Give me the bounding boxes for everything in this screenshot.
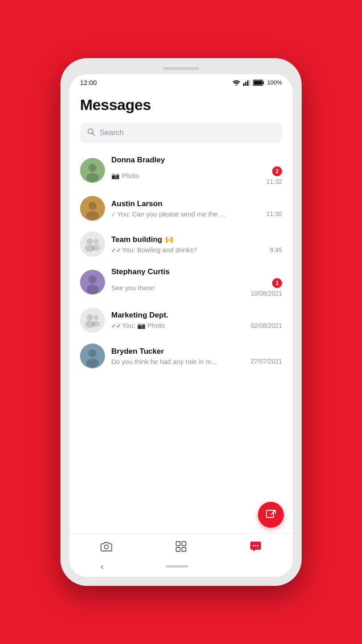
conv-top-donna-bradley: Donna Bradley — [111, 156, 282, 165]
conv-time-bryden-tucker: 27/07/2021 — [251, 358, 282, 365]
svg-rect-38 — [182, 542, 186, 546]
conv-top-bryden-tucker: Bryden Tucker — [111, 347, 282, 356]
svg-rect-1 — [243, 83, 244, 86]
wifi-icon — [232, 80, 240, 86]
svg-point-19 — [93, 239, 99, 244]
svg-point-28 — [92, 321, 100, 327]
svg-point-22 — [88, 275, 97, 284]
unread-badge-stephany-curtis: 1 — [272, 278, 282, 288]
svg-point-36 — [105, 545, 109, 549]
svg-rect-6 — [263, 81, 264, 84]
search-bar[interactable]: Search — [80, 123, 282, 143]
conversation-item-team-building[interactable]: Team building 🙌 ✓✓You: Bowling and drink… — [73, 226, 289, 262]
conv-name-bryden-tucker: Bryden Tucker — [111, 347, 164, 356]
avatar-austin-larson — [80, 196, 105, 221]
svg-rect-3 — [247, 80, 248, 86]
svg-point-24 — [80, 308, 105, 333]
search-placeholder: Search — [100, 128, 124, 137]
conv-bottom-team-building: ✓✓You: Bowling and drinks? 9:45 — [111, 246, 282, 254]
svg-rect-39 — [176, 547, 180, 551]
conv-time-austin-larson: 11:30 — [266, 210, 282, 217]
conv-preview-austin-larson: ✓You: Can you please send me the lat... — [111, 210, 227, 218]
conv-preview-bryden-tucker: Do you think he had any role in m... — [111, 358, 217, 365]
system-nav: ‹ — [69, 558, 293, 577]
svg-rect-2 — [245, 82, 246, 86]
conv-bottom-marketing-dept: ✓✓You: 📷 Photo 02/08/2021 — [111, 322, 282, 330]
conv-name-austin-larson: Austin Larson — [111, 199, 162, 208]
conv-top-stephany-curtis: Stephany Curtis — [111, 267, 282, 276]
back-button[interactable]: ‹ — [101, 561, 104, 572]
status-icons: 100% — [232, 79, 282, 86]
check-icon: ✓ — [111, 211, 116, 218]
signal-icon — [243, 80, 250, 86]
conv-body-austin-larson: Austin Larson ✓You: Can you please send … — [111, 199, 282, 218]
conv-time-donna-bradley: 11:32 — [266, 178, 282, 185]
svg-rect-7 — [253, 80, 262, 85]
svg-point-12 — [86, 173, 99, 182]
double-check-icon: ✓✓ — [111, 247, 121, 254]
conv-bottom-austin-larson: ✓You: Can you please send me the lat... … — [111, 210, 282, 218]
double-check-icon: ✓✓ — [111, 322, 121, 329]
avatar-stephany-curtis — [80, 270, 105, 295]
phone-notch — [163, 67, 199, 70]
conv-time-marketing-dept: 02/08/2021 — [251, 322, 282, 329]
home-indicator[interactable] — [166, 565, 188, 568]
svg-rect-4 — [249, 80, 250, 86]
svg-point-0 — [236, 85, 237, 86]
conv-name-stephany-curtis: Stephany Curtis — [111, 267, 169, 276]
battery-percent: 100% — [267, 79, 282, 86]
svg-point-14 — [88, 202, 97, 210]
svg-rect-37 — [176, 542, 180, 546]
svg-point-31 — [86, 359, 99, 368]
svg-point-43 — [257, 545, 258, 547]
avatar-bryden-tucker — [80, 343, 105, 369]
grid-icon — [175, 541, 187, 552]
conv-bottom-donna-bradley: 📷 Photo 2 11:32 — [111, 166, 282, 185]
conv-bottom-stephany-curtis: See you there! 1 10/08/2021 — [111, 278, 282, 297]
conversation-item-stephany-curtis[interactable]: Stephany Curtis See you there! 1 10/08/2… — [73, 262, 289, 302]
svg-point-25 — [87, 314, 93, 321]
conv-body-stephany-curtis: Stephany Curtis See you there! 1 10/08/2… — [111, 267, 282, 297]
conv-top-marketing-dept: Marketing Dept. — [111, 311, 282, 320]
nav-camera[interactable] — [100, 540, 113, 553]
bottom-nav — [69, 533, 293, 558]
unread-badge-donna-bradley: 2 — [272, 166, 282, 176]
conversation-item-austin-larson[interactable]: Austin Larson ✓You: Can you please send … — [73, 191, 289, 226]
nav-messages[interactable] — [249, 540, 262, 553]
svg-point-20 — [92, 245, 100, 251]
avatar-marketing-dept — [80, 308, 105, 333]
conv-top-team-building: Team building 🙌 — [111, 235, 282, 244]
nav-grid[interactable] — [174, 540, 188, 553]
svg-point-27 — [93, 315, 99, 320]
svg-point-30 — [88, 349, 97, 357]
conversation-item-marketing-dept[interactable]: Marketing Dept. ✓✓You: 📷 Photo 02/08/202… — [73, 302, 289, 338]
conv-bottom-bryden-tucker: Do you think he had any role in m... 27/… — [111, 358, 282, 365]
conv-top-austin-larson: Austin Larson — [111, 199, 282, 208]
svg-point-15 — [86, 211, 99, 220]
compose-icon — [265, 509, 277, 521]
camera-icon — [100, 541, 113, 552]
svg-point-16 — [80, 232, 105, 257]
compose-button[interactable] — [258, 502, 284, 528]
status-bar: 12:00 — [69, 74, 293, 89]
svg-line-9 — [93, 133, 95, 136]
conversation-list-container: Donna Bradley 📷 Photo 2 11:32 Austin Lar… — [69, 150, 293, 533]
conversation-item-bryden-tucker[interactable]: Bryden Tucker Do you think he had any ro… — [73, 338, 289, 374]
avatar-team-building — [80, 232, 105, 257]
conv-body-marketing-dept: Marketing Dept. ✓✓You: 📷 Photo 02/08/202… — [111, 311, 282, 330]
conv-preview-team-building: ✓✓You: Bowling and drinks? — [111, 246, 197, 254]
compose-fab-container — [258, 502, 284, 528]
conversation-item-donna-bradley[interactable]: Donna Bradley 📷 Photo 2 11:32 — [73, 150, 289, 191]
svg-point-41 — [253, 545, 254, 547]
page-title: Messages — [80, 96, 151, 113]
svg-point-23 — [86, 285, 99, 294]
conv-name-team-building: Team building 🙌 — [111, 235, 174, 244]
conv-body-donna-bradley: Donna Bradley 📷 Photo 2 11:32 — [111, 156, 282, 185]
svg-rect-32 — [266, 510, 274, 517]
messages-icon — [249, 541, 262, 552]
search-icon — [87, 128, 95, 138]
svg-point-42 — [255, 545, 256, 547]
svg-rect-40 — [182, 547, 186, 551]
status-time: 12:00 — [80, 79, 97, 86]
conv-preview-marketing-dept: ✓✓You: 📷 Photo — [111, 322, 165, 330]
